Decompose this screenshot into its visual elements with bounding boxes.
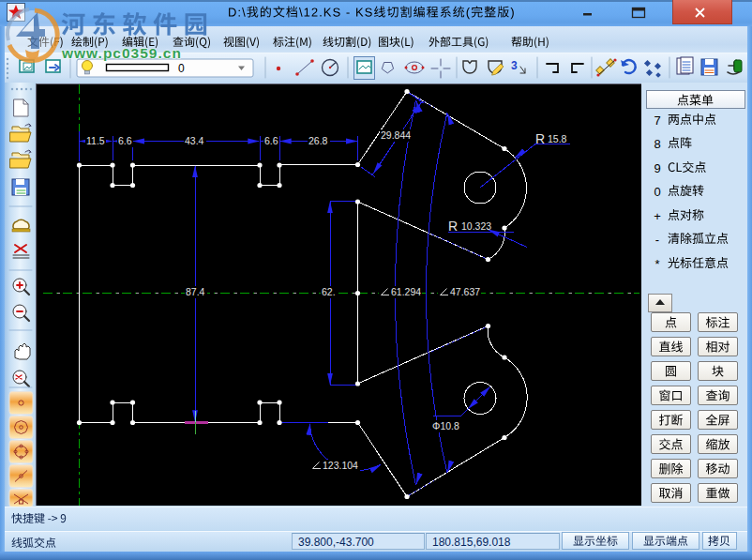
svg-text:26.8: 26.8: [308, 135, 328, 146]
svg-text:Φ10.8: Φ10.8: [432, 420, 459, 431]
svg-text:6.6: 6.6: [264, 135, 278, 146]
svg-text:87.4: 87.4: [186, 286, 205, 297]
svg-text:123.104: 123.104: [323, 460, 358, 471]
svg-text:R: R: [535, 131, 545, 146]
svg-text:R: R: [448, 219, 458, 234]
svg-text:6.6: 6.6: [118, 135, 132, 146]
svg-text:www.pc0359.cn: www.pc0359.cn: [61, 45, 182, 61]
svg-text:29.844: 29.844: [381, 129, 411, 141]
svg-text:11.5: 11.5: [86, 135, 105, 146]
svg-text:43.4: 43.4: [185, 135, 204, 146]
svg-text:47.637: 47.637: [450, 286, 480, 297]
svg-text:10.323: 10.323: [461, 220, 491, 232]
svg-text:61.294: 61.294: [391, 286, 421, 297]
svg-text:15.8: 15.8: [548, 133, 567, 144]
svg-text:62.: 62.: [322, 286, 336, 297]
svg-text:3: 3: [511, 59, 518, 72]
